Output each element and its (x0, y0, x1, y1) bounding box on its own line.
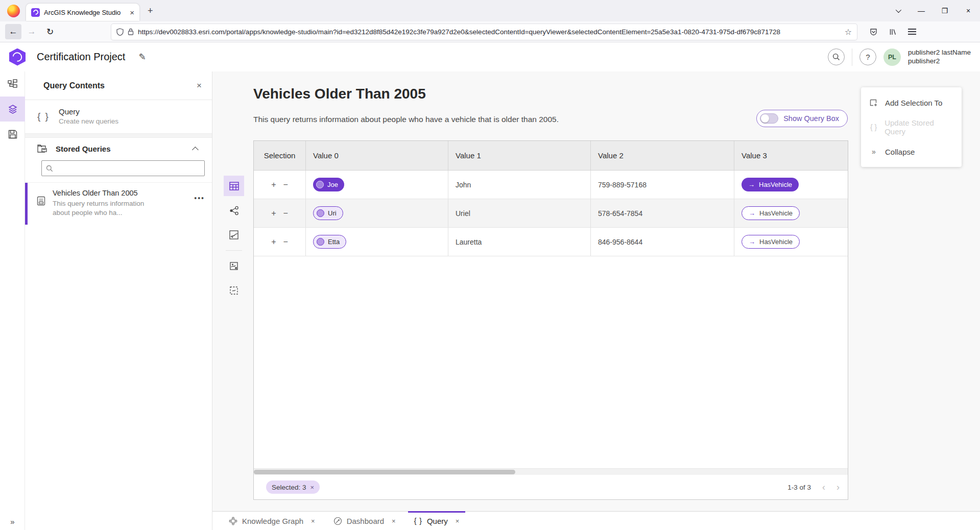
url-bar[interactable]: https://dev0028833.esri.com/portal/apps/… (111, 24, 857, 40)
cell-value2[interactable]: 759-889-57168 (591, 171, 734, 199)
item-options-icon[interactable]: ••• (194, 194, 205, 218)
rail-item-save[interactable] (0, 122, 25, 147)
stored-query-item[interactable]: Vehicles Older Than 2005 This query retu… (25, 182, 212, 225)
menu-item-collapse[interactable]: » Collapse (861, 139, 962, 164)
entity-pill[interactable]: Etta (313, 235, 346, 249)
relationship-pill[interactable]: → HasVehicle (742, 178, 799, 191)
view-toolbar (224, 176, 244, 301)
firefox-logo-icon[interactable] (7, 5, 20, 17)
column-header-value0[interactable]: Value 0 (306, 141, 448, 170)
library-icon[interactable] (885, 24, 901, 39)
reload-button[interactable]: ↻ (42, 24, 58, 39)
relationship-label: HasVehicle (759, 209, 793, 217)
minimize-button[interactable]: — (910, 0, 933, 21)
relationship-pill[interactable]: → HasVehicle (742, 235, 800, 249)
rail-item-layers[interactable] (0, 97, 25, 122)
column-header-selection[interactable]: Selection (254, 141, 306, 170)
menu-hamburger-icon[interactable] (904, 24, 920, 39)
table-row: + − Joe John 759-889-57168 → HasVehicle (254, 171, 848, 199)
add-selection-icon[interactable]: + (271, 237, 276, 247)
tracking-shield-icon[interactable] (116, 28, 124, 36)
collapse-section-icon[interactable] (192, 147, 199, 153)
data-model-icon (8, 79, 17, 89)
lock-icon[interactable] (128, 28, 134, 35)
add-selection-to-icon (869, 99, 878, 107)
save-icon (8, 130, 17, 139)
back-button[interactable]: ← (5, 24, 21, 39)
add-selection-icon[interactable]: + (271, 209, 276, 218)
scrollbar-thumb[interactable] (254, 470, 515, 474)
query-results-table: Selection Value 0 Value 1 Value 2 Value … (253, 140, 848, 500)
cell-value2[interactable]: 846-956-8644 (591, 228, 734, 256)
link-chart-button[interactable] (224, 200, 244, 221)
tab-close-icon[interactable]: × (311, 517, 315, 525)
panel-header: Query Contents × (25, 71, 212, 100)
horizontal-scrollbar[interactable] (254, 468, 848, 475)
table-view-button[interactable] (224, 176, 244, 196)
braces-icon: { } (37, 111, 50, 122)
tab-close-icon[interactable]: × (392, 517, 396, 525)
remove-selection-icon[interactable]: − (283, 237, 288, 247)
bookmark-star-icon[interactable]: ☆ (845, 27, 852, 37)
query-create-item[interactable]: { } Query Create new queries (25, 100, 212, 133)
table-empty-area (254, 256, 848, 468)
select-area-button[interactable] (224, 280, 244, 301)
cell-value1[interactable]: John (448, 171, 591, 199)
cell-value1[interactable]: Uriel (448, 199, 591, 227)
stored-queries-title: Stored Queries (56, 144, 186, 153)
dashboard-gauge-icon (333, 517, 342, 525)
remove-selection-icon[interactable]: − (283, 209, 288, 218)
forward-button[interactable]: → (23, 24, 40, 39)
browser-tab[interactable]: ArcGIS Knowledge Studio × (26, 4, 139, 21)
cell-value2[interactable]: 578-654-7854 (591, 199, 734, 227)
search-button[interactable] (828, 49, 845, 65)
rail-item-data-model[interactable] (0, 71, 25, 97)
avatar[interactable]: PL (883, 49, 901, 66)
selected-count-chip[interactable]: Selected: 3 × (266, 480, 320, 494)
menu-item-label: Collapse (885, 148, 915, 156)
menu-item-add-selection-to[interactable]: Add Selection To (861, 90, 962, 115)
pocket-save-icon[interactable] (865, 24, 881, 39)
help-button[interactable]: ? (859, 49, 876, 65)
close-window-button[interactable]: × (957, 0, 980, 21)
clear-selection-icon[interactable]: × (310, 484, 315, 491)
expand-rail-button[interactable]: » (0, 517, 25, 526)
next-page-icon[interactable]: › (836, 482, 840, 493)
url-text[interactable]: https://dev0028833.esri.com/portal/apps/… (138, 28, 841, 36)
tab-close-icon[interactable]: × (456, 517, 460, 525)
entity-pill[interactable]: Uri (313, 206, 343, 220)
list-tabs-icon[interactable] (886, 0, 910, 21)
panel-close-icon[interactable]: × (197, 81, 202, 91)
column-header-value1[interactable]: Value 1 (448, 141, 591, 170)
page-description: This query returns information about peo… (253, 115, 559, 124)
table-icon (229, 182, 239, 190)
stored-queries-header[interactable]: Stored Queries (25, 138, 212, 158)
new-tab-button[interactable]: + (148, 6, 153, 16)
stored-queries-search[interactable] (41, 160, 205, 176)
pagination-label: 1-3 of 3 (787, 484, 811, 491)
toggle-switch[interactable] (760, 113, 778, 124)
add-selection-icon[interactable]: + (271, 180, 276, 189)
add-to-map-button[interactable] (224, 256, 244, 276)
relationship-pill[interactable]: → HasVehicle (742, 206, 800, 220)
new-map-button[interactable] (224, 225, 244, 245)
prev-page-icon[interactable]: ‹ (822, 482, 825, 493)
tab-query[interactable]: { } Query × (405, 512, 469, 530)
menu-item-update-stored-query[interactable]: { } Update Stored Query (861, 115, 962, 139)
maximize-button[interactable]: ❐ (933, 0, 957, 21)
tab-close-icon[interactable]: × (130, 8, 134, 17)
remove-selection-icon[interactable]: − (283, 180, 288, 189)
column-header-value3[interactable]: Value 3 (734, 141, 848, 170)
column-header-value2[interactable]: Value 2 (591, 141, 734, 170)
show-query-box-toggle[interactable]: Show Query Box (756, 110, 848, 127)
entity-pill[interactable]: Joe (313, 178, 344, 191)
cell-value1[interactable]: Lauretta (448, 228, 591, 256)
query-item-title: Query (59, 107, 118, 116)
user-name[interactable]: publisher2 lastName publisher2 (908, 49, 971, 66)
map-icon (229, 230, 238, 239)
tab-dashboard[interactable]: Dashboard × (324, 512, 405, 530)
tab-knowledge-graph[interactable]: Knowledge Graph × (220, 512, 324, 530)
search-input[interactable] (57, 164, 200, 173)
edit-project-icon[interactable]: ✎ (138, 52, 146, 62)
tab-label: Query (427, 517, 448, 525)
